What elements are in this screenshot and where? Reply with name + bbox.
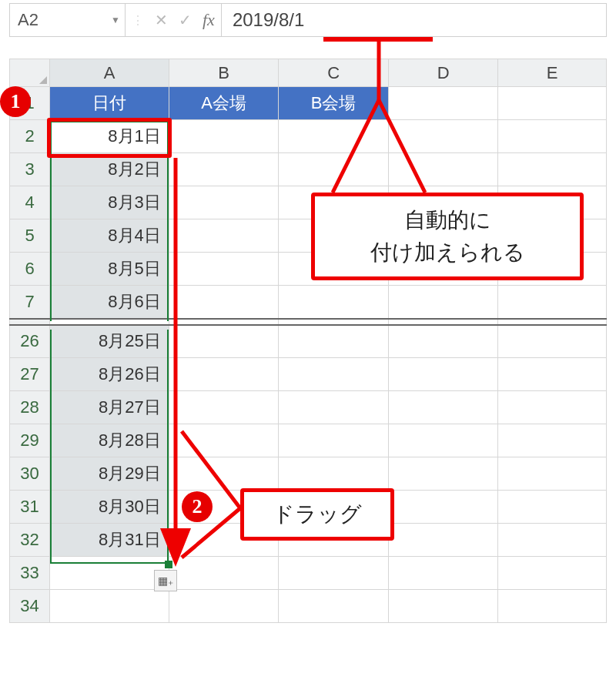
cell[interactable] (388, 391, 498, 424)
cell[interactable] (388, 325, 498, 358)
cell[interactable]: 8月29日 (50, 457, 169, 491)
cell[interactable] (279, 457, 389, 491)
cell[interactable] (169, 557, 279, 590)
cell[interactable]: 8月2日 (50, 153, 169, 186)
row-header[interactable]: 29 (10, 424, 50, 457)
cell[interactable] (388, 590, 498, 623)
cell[interactable] (498, 153, 607, 186)
cell[interactable] (279, 391, 389, 424)
row-header[interactable]: 26 (10, 325, 50, 358)
cell[interactable]: 日付 (50, 87, 169, 120)
fill-handle[interactable] (165, 561, 172, 568)
row-header[interactable]: 7 (10, 286, 50, 319)
row-header[interactable]: 30 (10, 457, 50, 491)
col-header-E[interactable]: E (498, 59, 607, 87)
col-header-A[interactable]: A (50, 59, 169, 87)
formula-value[interactable]: 2019/8/1 (222, 4, 606, 36)
col-header-B[interactable]: B (169, 59, 279, 87)
cell[interactable] (279, 358, 389, 391)
cell[interactable] (50, 557, 169, 590)
cell[interactable] (169, 286, 279, 319)
cell[interactable]: 8月5日 (50, 253, 169, 286)
cell[interactable] (498, 424, 607, 457)
cell[interactable] (498, 590, 607, 623)
cell[interactable] (169, 120, 279, 153)
row-header[interactable]: 34 (10, 590, 50, 623)
cell[interactable] (498, 391, 607, 424)
cell[interactable] (279, 120, 389, 153)
cell[interactable]: 8月4日 (50, 219, 169, 253)
cell[interactable] (169, 590, 279, 623)
cell[interactable] (169, 219, 279, 253)
cell[interactable] (498, 87, 607, 120)
cell[interactable] (498, 358, 607, 391)
cell[interactable] (169, 358, 279, 391)
cell[interactable] (388, 286, 498, 319)
cell[interactable] (498, 491, 607, 524)
row-header[interactable]: 4 (10, 186, 50, 219)
row-header[interactable]: 28 (10, 391, 50, 424)
row-header[interactable]: 6 (10, 253, 50, 286)
row-header[interactable]: 27 (10, 358, 50, 391)
cell[interactable]: 8月28日 (50, 424, 169, 457)
select-all-corner[interactable] (10, 59, 50, 87)
cell[interactable]: 8月31日 (50, 524, 169, 557)
row-header[interactable]: 5 (10, 219, 50, 253)
cell[interactable] (498, 120, 607, 153)
cell[interactable] (169, 457, 279, 491)
cell[interactable] (169, 391, 279, 424)
cell[interactable] (50, 590, 169, 623)
cell[interactable]: 8月3日 (50, 186, 169, 219)
row-header[interactable]: 32 (10, 524, 50, 557)
cell[interactable] (388, 491, 498, 524)
cell[interactable] (279, 424, 389, 457)
cell[interactable] (388, 557, 498, 590)
cell[interactable] (498, 286, 607, 319)
cell[interactable] (498, 524, 607, 557)
cell[interactable] (388, 153, 498, 186)
cell[interactable]: 8月27日 (50, 391, 169, 424)
cell[interactable] (169, 186, 279, 219)
cell[interactable] (388, 120, 498, 153)
cell[interactable] (388, 87, 498, 120)
col-header-D[interactable]: D (388, 59, 498, 87)
cell[interactable] (169, 325, 279, 358)
cell[interactable] (498, 325, 607, 358)
table-row: 34 (10, 590, 607, 623)
cell[interactable] (169, 153, 279, 186)
cell[interactable]: 8月25日 (50, 325, 169, 358)
cell[interactable] (169, 253, 279, 286)
cell[interactable]: 8月26日 (50, 358, 169, 391)
cell[interactable] (279, 286, 389, 319)
cell[interactable]: 8月30日 (50, 491, 169, 524)
cell[interactable]: A会場 (169, 87, 279, 120)
row-header[interactable]: 31 (10, 491, 50, 524)
row-header[interactable]: 2 (10, 120, 50, 153)
row-header[interactable]: 33 (10, 557, 50, 590)
row-header[interactable]: 3 (10, 153, 50, 186)
cell[interactable]: 8月6日 (50, 286, 169, 319)
cell[interactable] (388, 457, 498, 491)
cell[interactable] (279, 590, 389, 623)
confirm-icon[interactable]: ✓ (179, 11, 192, 29)
fx-icon[interactable]: fx (203, 10, 215, 30)
cell[interactable] (279, 153, 389, 186)
cell[interactable] (279, 557, 389, 590)
cell[interactable]: 8月1日 (50, 120, 169, 153)
name-box-value: A2 (18, 10, 38, 30)
cell[interactable] (388, 524, 498, 557)
cell[interactable] (498, 557, 607, 590)
cell[interactable] (498, 457, 607, 491)
col-header-C[interactable]: C (279, 59, 389, 87)
cell[interactable]: B会場 (279, 87, 389, 120)
cancel-icon[interactable]: ✕ (155, 11, 168, 29)
cell[interactable] (169, 424, 279, 457)
cell[interactable] (388, 358, 498, 391)
dropdown-icon[interactable]: ▼ (111, 15, 120, 25)
callout-text: 付け加えられる (329, 236, 566, 269)
column-headers-row: A B C D E (10, 59, 607, 87)
name-box[interactable]: A2 ▼ (10, 4, 126, 36)
autofill-options-button[interactable]: ▦₊ (154, 570, 177, 591)
cell[interactable] (388, 424, 498, 457)
cell[interactable] (279, 325, 389, 358)
